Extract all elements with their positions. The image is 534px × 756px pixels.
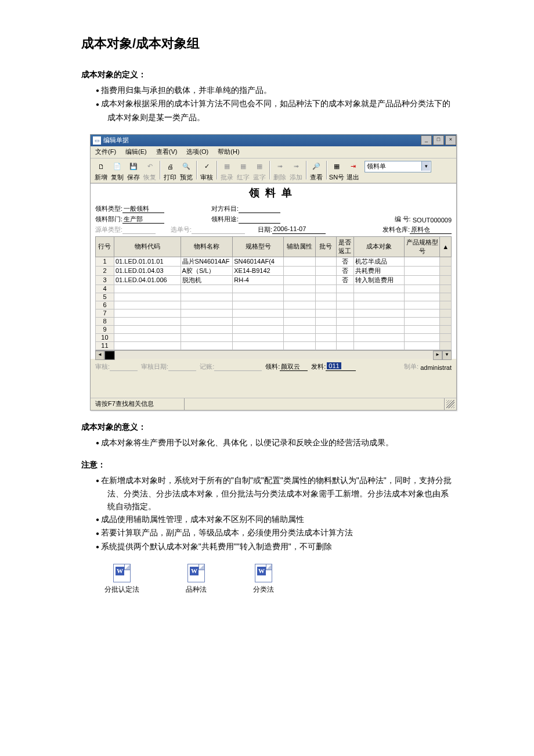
table-cell[interactable]	[114, 325, 181, 333]
titlebar[interactable]: ▭ 编辑单据 _ □ ×	[91, 135, 456, 146]
table-cell[interactable]	[405, 285, 440, 293]
selno-value[interactable]	[192, 225, 245, 234]
table-cell[interactable]	[233, 325, 284, 333]
table-cell[interactable]: 3	[96, 275, 114, 285]
table-cell[interactable]	[114, 301, 181, 309]
word-doc-item[interactable]: 分类法	[253, 564, 274, 595]
table-cell[interactable]	[283, 325, 315, 333]
table-cell[interactable]	[353, 333, 405, 341]
scroll-left-icon[interactable]: ◄	[95, 351, 104, 360]
table-cell[interactable]	[405, 257, 440, 266]
table-cell[interactable]	[440, 285, 452, 293]
table-cell[interactable]	[315, 257, 336, 266]
table-cell[interactable]	[336, 301, 353, 309]
table-cell[interactable]	[440, 257, 452, 266]
table-cell[interactable]	[405, 317, 440, 325]
table-cell[interactable]	[315, 293, 336, 301]
tool-new[interactable]: 🗋新增	[93, 161, 109, 182]
table-cell[interactable]: 否	[336, 275, 353, 285]
table-cell[interactable]	[283, 266, 315, 275]
table-cell[interactable]	[283, 333, 315, 341]
table-row[interactable]: 101.LED.01.01.01晶片SN46014AFSN46014AF(4否机…	[96, 257, 452, 266]
table-cell[interactable]: XE14-B9142	[233, 266, 284, 275]
table-cell[interactable]	[315, 333, 336, 341]
table-cell[interactable]	[315, 285, 336, 293]
table-cell[interactable]: 否	[336, 257, 353, 266]
word-doc-item[interactable]: 分批认定法	[104, 564, 139, 595]
column-header[interactable]: 物料代码	[114, 236, 181, 257]
table-cell[interactable]	[336, 285, 353, 293]
tool-undo[interactable]: ↶恢复	[142, 161, 158, 182]
table-cell[interactable]	[440, 317, 452, 325]
table-cell[interactable]	[114, 293, 181, 301]
type-value[interactable]: 一般领料	[122, 204, 164, 213]
doc-type-combo[interactable]: 领料单	[365, 161, 431, 172]
table-cell[interactable]: 4	[96, 285, 114, 293]
tool-preview[interactable]: 🔍预览	[178, 161, 194, 182]
table-cell[interactable]	[336, 309, 353, 317]
table-cell[interactable]	[353, 285, 405, 293]
table-cell[interactable]	[283, 293, 315, 301]
word-doc-item[interactable]: 品种法	[186, 564, 207, 595]
table-cell[interactable]	[283, 257, 315, 266]
tool-audit[interactable]: ✓审核	[199, 161, 215, 182]
table-cell[interactable]	[233, 309, 284, 317]
table-cell[interactable]	[440, 275, 452, 285]
tool-blue[interactable]: ▦蓝字	[251, 161, 268, 182]
table-cell[interactable]	[353, 341, 405, 350]
column-header[interactable]: 批号	[315, 236, 336, 257]
table-cell[interactable]	[440, 293, 452, 301]
table-cell[interactable]	[405, 325, 440, 333]
scroll-up-icon[interactable]: ▲	[440, 236, 452, 257]
column-header[interactable]: 产品规格型号	[405, 236, 440, 257]
table-cell[interactable]	[233, 341, 284, 350]
table-cell[interactable]	[405, 341, 440, 350]
table-cell[interactable]	[315, 325, 336, 333]
table-cell[interactable]	[315, 275, 336, 285]
table-cell[interactable]	[440, 266, 452, 275]
table-cell[interactable]	[353, 309, 405, 317]
tool-print[interactable]: 🖨打印	[162, 161, 178, 182]
table-cell[interactable]: 9	[96, 325, 114, 333]
table-cell[interactable]: 6	[96, 301, 114, 309]
table-cell[interactable]	[405, 309, 440, 317]
table-cell[interactable]: 01.LED.01.01.01	[114, 257, 181, 266]
table-cell[interactable]	[283, 285, 315, 293]
recv-value[interactable]: 颜双云	[280, 362, 308, 371]
tool-exit[interactable]: ⇥退出	[345, 161, 361, 182]
table-cell[interactable]: 否	[336, 266, 353, 275]
tool-copy[interactable]: 📄复制	[109, 161, 125, 182]
tool-delete[interactable]: ➟删除	[272, 161, 288, 182]
tool-batch[interactable]: ▦批录	[219, 161, 235, 182]
table-cell[interactable]	[181, 333, 233, 341]
maximize-button[interactable]: □	[433, 135, 444, 145]
table-cell[interactable]	[440, 341, 452, 350]
column-header[interactable]: 物料名称	[181, 236, 233, 257]
table-row[interactable]: 201.LED.01.04.03A胶（S/L）XE14-B9142否共耗费用	[96, 266, 452, 275]
account-value[interactable]	[239, 204, 280, 213]
table-cell[interactable]: SN46014AF(4	[233, 257, 284, 266]
resize-grip-icon[interactable]	[446, 400, 454, 408]
table-cell[interactable]: 晶片SN46014AF	[181, 257, 233, 266]
table-cell[interactable]: 01.LED.01.04.03	[114, 266, 181, 275]
column-header[interactable]: 规格型号	[233, 236, 284, 257]
table-cell[interactable]	[315, 341, 336, 350]
table-cell[interactable]	[315, 301, 336, 309]
column-header[interactable]: 辅助属性	[283, 236, 315, 257]
table-cell[interactable]	[114, 309, 181, 317]
table-cell[interactable]	[440, 301, 452, 309]
table-cell[interactable]	[283, 317, 315, 325]
table-cell[interactable]	[440, 309, 452, 317]
table-cell[interactable]	[283, 301, 315, 309]
table-cell[interactable]	[233, 293, 284, 301]
table-cell[interactable]	[353, 301, 405, 309]
table-cell[interactable]	[181, 341, 233, 350]
menu-edit[interactable]: 编辑(E)	[121, 147, 151, 156]
menubar[interactable]: 文件(F) 编辑(E) 查看(V) 选项(O) 帮助(H)	[91, 146, 456, 159]
table-cell[interactable]	[114, 333, 181, 341]
table-row[interactable]: 301.LED.04.01.006脱泡机RH-4否转入制造费用	[96, 275, 452, 285]
table-row[interactable]: 9	[96, 325, 452, 333]
table-cell[interactable]: RH-4	[233, 275, 284, 285]
purpose-value[interactable]	[239, 215, 280, 224]
table-cell[interactable]	[336, 325, 353, 333]
